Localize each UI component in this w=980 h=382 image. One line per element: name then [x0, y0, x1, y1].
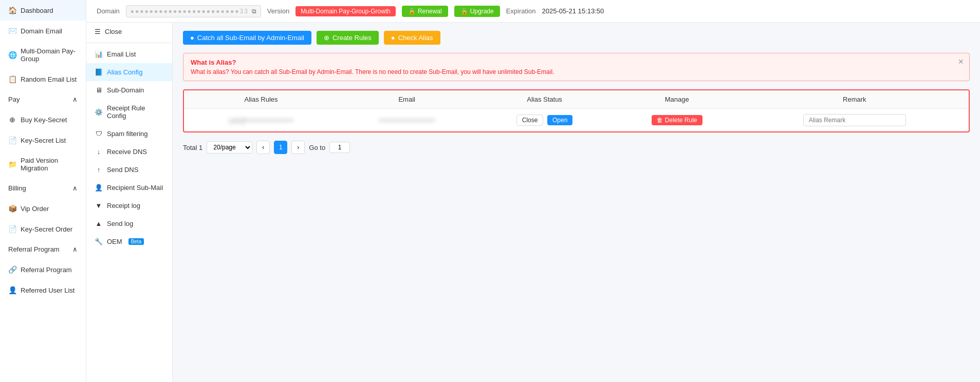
upgrade-button[interactable]: 🔒 Upgrade [454, 6, 500, 17]
sidebar-item-random-email[interactable]: 📋 Random Email List [0, 69, 86, 89]
cell-remark [741, 109, 969, 132]
renewal-button[interactable]: 🔒 Renewal [402, 6, 448, 17]
goto-input[interactable] [329, 142, 350, 153]
delete-rule-button[interactable]: 🗑 Delete Rule [652, 115, 702, 125]
alias-rules-value: {all}@•••••••••••••••••••• [229, 117, 293, 124]
sub-nav-label-receipt-log: Receipt log [107, 202, 140, 209]
sidebar-pay-section[interactable]: Pay ∧ [0, 89, 86, 109]
sidebar-label-multi-domain: Multi-Domain Pay-Group [21, 47, 78, 63]
sidebar-label-dashboard: Dashboard [21, 7, 53, 14]
sidebar-item-vip-order[interactable]: 📦 Vip Order [0, 198, 86, 219]
main-area: Domain ●●●●●●●●●●●●●●●●●●●●●●●33 ⧉ Versi… [86, 0, 980, 382]
cell-email: •••••••••••••••••••••••• [338, 109, 475, 132]
sub-nav-label-recipient-submail: Recipient Sub-Mail [107, 184, 163, 192]
col-alias-status: Alias Status [475, 90, 613, 109]
sub-nav-receive-dns[interactable]: ↓ Receive DNS [86, 143, 172, 161]
remark-input[interactable] [803, 114, 906, 126]
sidebar-item-referred-user[interactable]: 👤 Referred User List [0, 280, 86, 300]
cell-alias-status: Close Open [475, 109, 613, 132]
sub-nav-label-send-log: Send log [107, 220, 133, 227]
pagination: Total 1 20/page 10/page 50/page 100/page… [183, 141, 970, 154]
key-secret-list-icon: 📄 [8, 136, 16, 144]
cell-manage: 🗑 Delete Rule [614, 109, 741, 132]
sidebar-label-billing: Billing [8, 184, 26, 192]
alias-table-container: Alias Rules Email Alias Status Manage Re… [183, 89, 970, 132]
sub-nav-sub-domain[interactable]: 🖥 Sub-Domain [86, 81, 172, 99]
sidebar-item-key-secret-list[interactable]: 📄 Key-Secret List [0, 130, 86, 150]
key-secret-order-icon: 📄 [8, 225, 16, 233]
per-page-select[interactable]: 20/page 10/page 50/page 100/page [207, 141, 252, 154]
paid-version-icon: 📁 [8, 160, 16, 168]
upgrade-icon: 🔒 [460, 8, 468, 15]
page-content: ● Catch all Sub-Email by Admin-Email ⊕ C… [173, 23, 980, 382]
chevron-up-icon: ∧ [72, 96, 78, 103]
sidebar-label-random-email: Random Email List [21, 75, 77, 83]
oem-beta-badge: Beta [128, 238, 144, 245]
vip-order-icon: 📦 [8, 204, 16, 213]
sub-nav-alias-config[interactable]: 📘 Alias Config [86, 63, 172, 81]
catch-all-button[interactable]: ● Catch all Sub-Email by Admin-Email [183, 31, 311, 45]
referred-user-icon: 👤 [8, 286, 16, 294]
sidebar-item-buy-key[interactable]: ⊕ Buy Key-Secret [0, 109, 86, 130]
sub-domain-icon: 🖥 [95, 86, 103, 94]
sub-nav-recipient-submail[interactable]: 👤 Recipient Sub-Mail [86, 179, 172, 197]
sidebar-label-referred-user: Referred User List [21, 286, 75, 294]
sidebar-item-domain-email[interactable]: ✉️ Domain Email [0, 21, 86, 41]
prev-page-button[interactable]: ‹ [256, 141, 270, 154]
alias-config-icon: 📘 [95, 68, 103, 76]
info-box-close-button[interactable]: ✕ [958, 58, 964, 66]
sub-nav-label-spam-filter: Spam filtering [107, 130, 147, 138]
sidebar-item-referral-program[interactable]: 🔗 Referral Program [0, 259, 86, 280]
sub-nav-spam-filter[interactable]: 🛡 Spam filtering [86, 125, 172, 143]
expiration-value: 2025-05-21 15:13:50 [542, 7, 604, 15]
sidebar-item-paid-version[interactable]: 📁 Paid Version Migration [0, 150, 86, 178]
catch-all-icon: ● [190, 34, 194, 42]
domain-label: Domain [97, 7, 120, 15]
sidebar-item-multi-domain[interactable]: 🌐 Multi-Domain Pay-Group [0, 41, 86, 69]
top-header: Domain ●●●●●●●●●●●●●●●●●●●●●●●33 ⧉ Versi… [86, 0, 980, 23]
alias-table: Alias Rules Email Alias Status Manage Re… [184, 90, 969, 131]
sidebar-label-referral-program: Referral Program [21, 266, 72, 274]
col-remark: Remark [741, 90, 969, 109]
copy-domain-icon[interactable]: ⧉ [252, 8, 256, 15]
page-1-button[interactable]: 1 [274, 141, 287, 154]
next-page-button[interactable]: › [291, 141, 305, 154]
check-alias-button[interactable]: ● Check Alias [384, 31, 440, 45]
sub-nav-email-list[interactable]: 📊 Email List [86, 45, 172, 63]
multi-domain-icon: 🌐 [8, 51, 16, 59]
random-email-icon: 📋 [8, 75, 16, 83]
sidebar-label-key-secret-order: Key-Secret Order [21, 225, 72, 233]
sub-nav-send-dns[interactable]: ↑ Send DNS [86, 161, 172, 179]
sidebar-label-domain-email: Domain Email [21, 27, 62, 35]
sub-nav-receipt-log[interactable]: ▼ Receipt log [86, 197, 172, 215]
receive-dns-icon: ↓ [95, 148, 103, 156]
sidebar-billing-section[interactable]: Billing ∧ [0, 178, 86, 198]
content-wrapper: ☰ Close 📊 Email List 📘 Alias Config 🖥 Su… [86, 23, 980, 382]
sidebar-referral-section[interactable]: Referral Program ∧ [0, 239, 86, 259]
col-manage: Manage [614, 90, 741, 109]
sidebar-item-key-secret-order[interactable]: 📄 Key-Secret Order [0, 219, 86, 239]
sub-nav-label-receive-dns: Receive DNS [107, 148, 147, 156]
col-alias-rules: Alias Rules [184, 90, 338, 109]
spam-filter-icon: 🛡 [95, 130, 103, 138]
version-label: Version [267, 7, 289, 15]
menu-icon: ☰ [95, 28, 101, 35]
expiration-label: Expiration [506, 7, 536, 15]
sidebar-label-buy-key: Buy Key-Secret [21, 116, 67, 124]
sidebar-item-dashboard[interactable]: 🏠 Dashboard [0, 0, 86, 21]
table-row: {all}@•••••••••••••••••••• •••••••••••••… [184, 109, 969, 132]
sub-nav-label-send-dns: Send DNS [107, 166, 138, 174]
receipt-log-icon: ▼ [95, 202, 103, 209]
sub-nav-receipt-rule[interactable]: ⚙️ Receipt Rule Config [86, 99, 172, 125]
sub-nav-close[interactable]: ☰ Close [86, 23, 172, 41]
close-label: Close [105, 28, 122, 35]
sub-nav-send-log[interactable]: ▲ Send log [86, 215, 172, 233]
email-value: •••••••••••••••••••••••• [379, 117, 435, 124]
status-open-button[interactable]: Open [547, 115, 572, 125]
sub-nav-oem[interactable]: 🔧 OEM Beta [86, 233, 172, 251]
status-close-button[interactable]: Close [516, 114, 544, 126]
sidebar-label-vip-order: Vip Order [21, 205, 49, 213]
version-badge: Multi-Domain Pay-Group-Growth [295, 6, 396, 16]
create-rules-button[interactable]: ⊕ Create Rules [317, 31, 379, 45]
col-email: Email [338, 90, 475, 109]
